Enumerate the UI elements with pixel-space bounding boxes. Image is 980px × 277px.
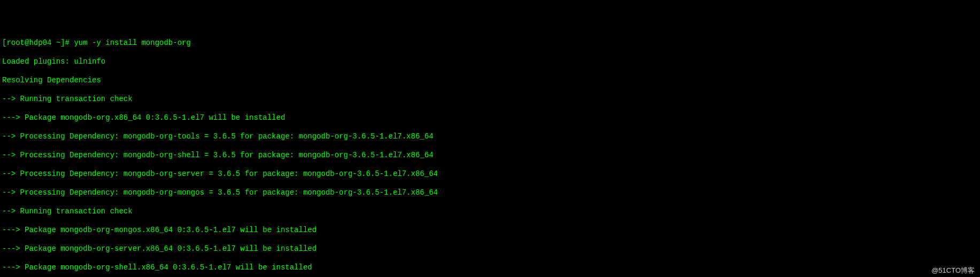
output-line: Loaded plugins: ulninfo xyxy=(2,57,978,67)
output-line: --> Running transaction check xyxy=(2,207,978,217)
output-line: ---> Package mongodb-org.x86_64 0:3.6.5-… xyxy=(2,113,978,123)
output-line: --> Running transaction check xyxy=(2,95,978,104)
output-line: --> Processing Dependency: mongodb-org-m… xyxy=(2,188,978,198)
shell-prompt: [root@hdp04 ~]# yum -y install mongodb-o… xyxy=(2,39,978,48)
output-line: --> Processing Dependency: mongodb-org-t… xyxy=(2,132,978,142)
output-line: --> Processing Dependency: mongodb-org-s… xyxy=(2,151,978,160)
output-line: Resolving Dependencies xyxy=(2,76,978,86)
output-line: --> Processing Dependency: mongodb-org-s… xyxy=(2,170,978,179)
output-line: ---> Package mongodb-org-shell.x86_64 0:… xyxy=(2,263,978,273)
watermark: @51CTO博客 xyxy=(931,266,975,275)
output-line: ---> Package mongodb-org-server.x86_64 0… xyxy=(2,244,978,254)
output-line: ---> Package mongodb-org-mongos.x86_64 0… xyxy=(2,226,978,235)
